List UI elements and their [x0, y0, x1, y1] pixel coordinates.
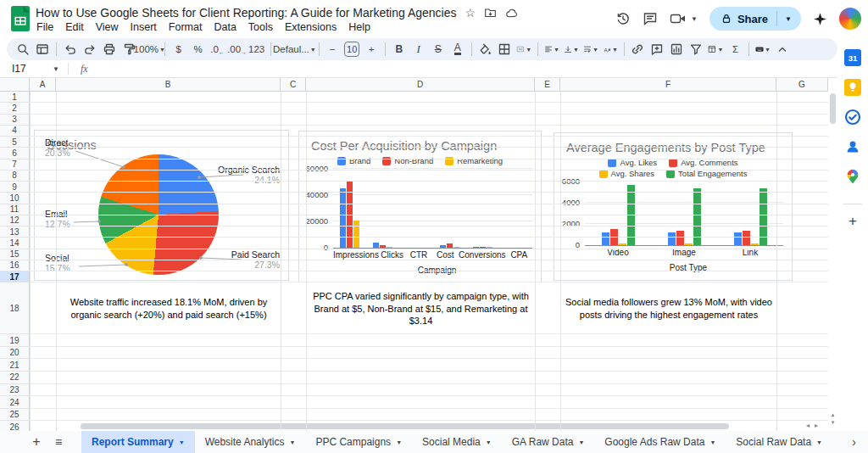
text-wrap-caret[interactable]: ▼	[593, 47, 598, 53]
fill-color-button[interactable]	[476, 40, 494, 59]
tasks-icon[interactable]	[843, 108, 862, 126]
row-header-25[interactable]: 25	[0, 409, 30, 422]
row-header-18[interactable]: 18	[0, 282, 30, 334]
input-tools-button[interactable]: ▼	[754, 40, 772, 59]
sheet-tab-caret[interactable]: ▼	[179, 439, 185, 445]
menu-insert[interactable]: Insert	[125, 20, 163, 35]
add-sheet-button[interactable]: +	[25, 434, 47, 450]
undo-button[interactable]	[61, 40, 80, 59]
sheet-tab-caret[interactable]: ▼	[578, 439, 584, 445]
share-button[interactable]: Share ▼	[709, 7, 801, 31]
font-family-select-caret[interactable]: ▼	[310, 47, 316, 53]
row-header-19[interactable]: 19	[0, 334, 30, 347]
decrease-font-size-button[interactable]: −	[323, 40, 342, 59]
vertical-scrollbar[interactable]	[830, 93, 836, 124]
row-header-23[interactable]: 23	[0, 384, 30, 397]
column-header-A[interactable]: A	[30, 78, 56, 92]
menu-view[interactable]: View	[90, 20, 125, 35]
table-views-button[interactable]: ▼	[706, 40, 725, 59]
row-header-15[interactable]: 15	[0, 249, 30, 260]
row-header-21[interactable]: 21	[0, 359, 30, 372]
print-button[interactable]	[100, 40, 119, 59]
video-call-caret[interactable]: ▼	[691, 15, 698, 23]
functions-button[interactable]: Σ	[726, 40, 744, 59]
zoom-select-button[interactable]: 100%▼	[139, 40, 160, 59]
horizontal-align-caret[interactable]: ▼	[554, 47, 559, 53]
get-addons-button[interactable]: +	[849, 213, 857, 230]
text-rotation-button[interactable]: A▼	[601, 40, 620, 59]
italic-button[interactable]: I	[409, 40, 428, 59]
vertical-align-caret[interactable]: ▼	[573, 47, 579, 53]
vertical-scroll-arrows[interactable]: ▴▾	[828, 411, 837, 426]
sheet-tab-website-analytics[interactable]: Website Analytics▼	[195, 431, 306, 453]
vertical-align-button[interactable]: ▼	[562, 40, 581, 59]
keep-icon[interactable]	[843, 78, 862, 97]
column-header-E[interactable]: E	[535, 78, 560, 92]
menu-extensions[interactable]: Extensions	[279, 20, 342, 35]
font-size-input-button[interactable]: 10	[342, 40, 361, 59]
borders-button[interactable]	[495, 40, 514, 59]
column-header-F[interactable]: F	[560, 78, 776, 92]
row-header-5[interactable]: 5	[0, 137, 30, 148]
sheet-tab-social-media[interactable]: Social Media▼	[412, 431, 502, 453]
calendar-icon[interactable]: 31	[843, 48, 862, 67]
merge-cells-caret[interactable]: ▼	[526, 47, 531, 53]
document-title[interactable]: How to Use Google Sheets for Client Repo…	[36, 6, 457, 20]
row-header-3[interactable]: 3	[0, 115, 30, 126]
star-icon[interactable]: ☆	[465, 7, 476, 19]
column-header-G[interactable]: G	[776, 78, 828, 92]
row-header-26[interactable]: 26	[0, 421, 30, 431]
decrease-decimal-button[interactable]: .0←	[209, 40, 227, 59]
increase-decimal-button[interactable]: .00→	[228, 40, 247, 59]
row-header-17[interactable]: 17	[0, 271, 30, 282]
name-box[interactable]: I17 ▼	[0, 63, 64, 75]
row-header-8[interactable]: 8	[0, 171, 30, 182]
redo-button[interactable]	[81, 40, 99, 59]
all-sheets-button[interactable]: ≡	[47, 435, 70, 449]
row-header-13[interactable]: 13	[0, 226, 30, 238]
document-status-cloud-icon[interactable]	[505, 7, 519, 20]
row-header-10[interactable]: 10	[0, 193, 30, 204]
table-views-caret[interactable]: ▼	[718, 47, 724, 53]
currency-format-button[interactable]: $	[170, 40, 188, 59]
sheet-tab-ppc-campaigns[interactable]: PPC Campaigns▼	[305, 431, 412, 453]
name-box-caret[interactable]: ▼	[53, 65, 59, 73]
formula-input[interactable]	[97, 60, 837, 77]
font-family-select-button[interactable]: Defaul...▼	[275, 40, 314, 59]
row-header-24[interactable]: 24	[0, 396, 30, 409]
maps-icon[interactable]	[843, 167, 862, 186]
column-header-B[interactable]: B	[56, 78, 281, 92]
sheet-tab-google-ads-raw-data[interactable]: Google Ads Raw Data▼	[594, 431, 726, 453]
input-tools-caret[interactable]: ▼	[765, 47, 771, 53]
column-header-C[interactable]: C	[281, 78, 306, 92]
share-caret[interactable]: ▼	[777, 7, 801, 31]
menu-tools[interactable]: Tools	[242, 20, 279, 35]
menu-help[interactable]: Help	[342, 20, 376, 35]
bold-button[interactable]: B	[390, 40, 409, 59]
row-header-12[interactable]: 12	[0, 215, 30, 226]
insert-chart-button[interactable]	[667, 40, 686, 59]
table-view-button[interactable]	[33, 40, 52, 59]
sheets-logo[interactable]	[11, 6, 30, 31]
menu-format[interactable]: Format	[163, 20, 209, 35]
video-call-icon[interactable]: ▼	[670, 12, 698, 25]
row-header-22[interactable]: 22	[0, 372, 30, 384]
panel-expand-chevron[interactable]: ›	[852, 435, 856, 449]
row-header-7[interactable]: 7	[0, 159, 30, 171]
column-header-D[interactable]: D	[306, 78, 535, 92]
menu-edit[interactable]: Edit	[59, 20, 90, 35]
increase-font-size-button[interactable]: +	[362, 40, 381, 59]
sheet-tab-caret[interactable]: ▼	[396, 439, 402, 445]
sheet-tab-caret[interactable]: ▼	[709, 439, 715, 445]
row-header-4[interactable]: 4	[0, 126, 30, 137]
move-folder-icon[interactable]	[484, 7, 497, 20]
percent-format-button[interactable]: %	[189, 40, 208, 59]
contacts-icon[interactable]	[843, 137, 862, 156]
row-header-9[interactable]: 9	[0, 182, 30, 193]
account-avatar[interactable]	[839, 8, 861, 30]
row-header-20[interactable]: 20	[0, 347, 30, 360]
spreadsheet-grid[interactable]: Sessions Direct20.3% Email12.7% Social15…	[0, 78, 828, 431]
sheet-tab-ga-raw-data[interactable]: GA Raw Data▼	[502, 431, 595, 453]
insert-link-button[interactable]	[628, 40, 647, 59]
menu-file[interactable]: File	[31, 20, 59, 35]
